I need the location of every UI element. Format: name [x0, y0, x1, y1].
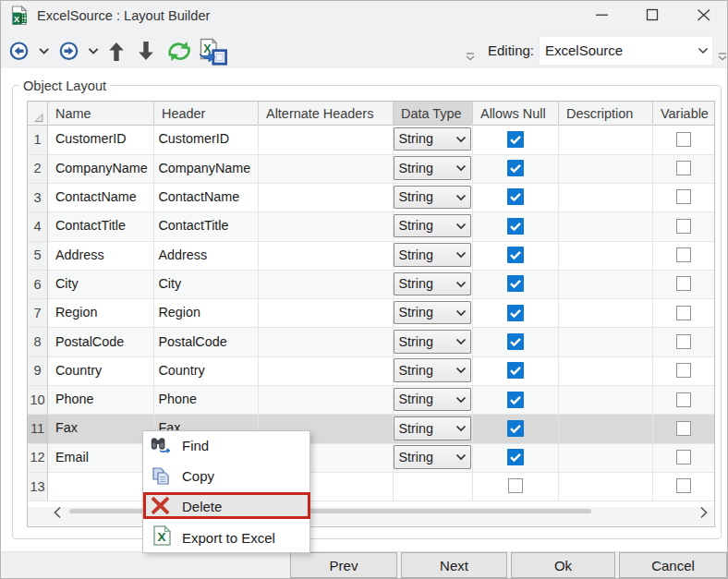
svg-text:X: X — [157, 530, 165, 544]
svg-text:X: X — [14, 15, 19, 24]
svg-text:X: X — [203, 42, 212, 55]
